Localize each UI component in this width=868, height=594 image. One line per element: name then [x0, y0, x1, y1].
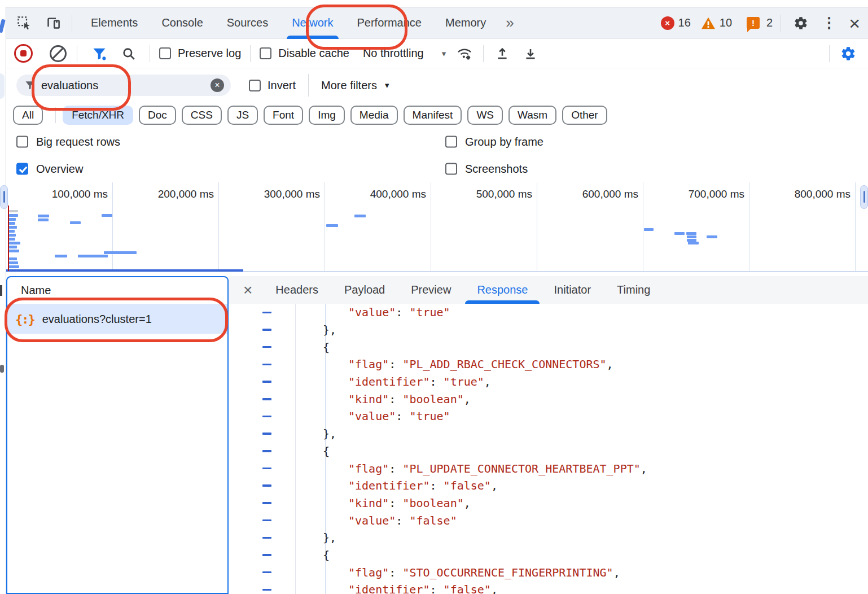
screenshots-checkbox[interactable]	[445, 163, 457, 175]
response-body-viewer[interactable]: "value": "true"},{"flag": "PL_ADD_RBAC_C…	[229, 304, 868, 594]
tab-sources[interactable]: Sources	[215, 7, 280, 39]
chip-all[interactable]: All	[13, 106, 43, 125]
name-column-header[interactable]: Name	[7, 277, 227, 304]
device-toolbar-icon[interactable]	[41, 12, 65, 34]
overview-gridline	[218, 182, 219, 271]
gutter-dash-icon[interactable]	[262, 433, 271, 435]
response-line-text: },	[295, 323, 336, 337]
response-line-text: "flag": "PL_ADD_RBAC_CHECK_CONNECTORS",	[295, 357, 613, 371]
gutter-dash-icon[interactable]	[262, 554, 271, 556]
toolbar-separator	[72, 15, 72, 32]
chip-fetch-xhr[interactable]: Fetch/XHR	[63, 106, 133, 125]
clear-filter-icon[interactable]: ×	[211, 78, 224, 92]
inspect-element-icon[interactable]	[12, 12, 36, 34]
clear-network-log-button[interactable]	[50, 45, 67, 62]
search-icon[interactable]	[117, 42, 141, 65]
request-table-pane: Name {:} evaluations?cluster=1	[6, 276, 229, 594]
chip-js[interactable]: JS	[227, 106, 258, 125]
chip-wasm[interactable]: Wasm	[508, 106, 556, 125]
toolbar-separator	[781, 15, 781, 32]
detail-tab-initiator[interactable]: Initiator	[541, 276, 604, 304]
option-group-by-frame: Group by frame	[445, 135, 543, 148]
network-conditions-icon[interactable]	[453, 42, 476, 65]
chip-other[interactable]: Other	[562, 106, 607, 125]
issues-icon[interactable]: !	[747, 17, 760, 29]
gutter-dash-icon[interactable]	[262, 416, 271, 418]
main-toolbar: ElementsConsoleSourcesNetworkPerformance…	[6, 7, 868, 39]
chip-img[interactable]: Img	[309, 106, 345, 125]
filter-input[interactable]: evaluations ×	[16, 75, 231, 96]
tab-performance[interactable]: Performance	[345, 7, 434, 39]
chip-manifest[interactable]: Manifest	[404, 106, 462, 125]
page-edge-fragment-pill	[0, 73, 5, 99]
response-line: "flag": "STO_OCCURRENCE_FINGERPRINTING",	[229, 564, 868, 581]
response-line-text: "identifier": "true",	[295, 375, 491, 388]
gutter-dash-icon[interactable]	[262, 571, 271, 574]
chip-doc[interactable]: Doc	[139, 106, 176, 125]
detail-tab-payload[interactable]: Payload	[331, 276, 398, 304]
gutter-dash-icon[interactable]	[262, 484, 271, 487]
throttling-select[interactable]: No throttling	[363, 47, 424, 60]
overview-right-handle[interactable]	[860, 185, 868, 209]
overview-left-handle[interactable]	[0, 185, 8, 209]
big-request-rows-checkbox[interactable]	[16, 136, 28, 147]
devtools-panel: ElementsConsoleSourcesNetworkPerformance…	[6, 7, 868, 594]
gutter-dash-icon[interactable]	[262, 468, 271, 470]
gutter-dash-icon[interactable]	[262, 589, 271, 591]
more-tabs-button[interactable]: »	[498, 14, 520, 32]
export-har-icon[interactable]	[519, 42, 542, 65]
tab-network[interactable]: Network	[280, 7, 345, 39]
settings-gear-icon[interactable]	[789, 12, 813, 34]
detail-tab-timing[interactable]: Timing	[604, 276, 663, 304]
tab-console[interactable]: Console	[150, 7, 214, 39]
options-row-1: OverviewScreenshots	[6, 155, 868, 183]
request-row[interactable]: {:} evaluations?cluster=1	[7, 304, 227, 334]
close-devtools-button[interactable]: ×	[845, 14, 863, 33]
overview-checkbox[interactable]	[16, 163, 28, 175]
warning-count-icon[interactable]	[701, 16, 716, 30]
import-har-icon[interactable]	[490, 42, 514, 65]
overview-gridline	[112, 182, 113, 271]
gutter-dash-icon[interactable]	[262, 329, 271, 331]
waterfall-bar	[354, 215, 366, 217]
toolbar-separator	[483, 45, 484, 62]
response-line-text: "value": "false"	[295, 514, 457, 527]
waterfall-bar	[8, 226, 17, 229]
error-count-icon[interactable]: ×	[661, 16, 674, 30]
network-overview-timeline[interactable]: 100,000 ms200,000 ms300,000 ms400,000 ms…	[6, 182, 868, 272]
detail-tab-response[interactable]: Response	[464, 276, 541, 304]
chip-media[interactable]: Media	[350, 106, 398, 125]
chip-font[interactable]: Font	[264, 106, 303, 125]
gutter-dash-icon[interactable]	[262, 364, 271, 366]
gutter-dash-icon[interactable]	[262, 502, 271, 504]
close-detail-pane-icon[interactable]: ×	[243, 282, 252, 298]
gutter-dash-icon[interactable]	[262, 519, 271, 522]
preserve-log-checkbox[interactable]	[159, 47, 171, 59]
gutter-dash-icon[interactable]	[262, 346, 271, 348]
response-line: "value": "false"	[229, 512, 868, 529]
gutter-dash-icon[interactable]	[262, 450, 271, 452]
disable-cache-checkbox[interactable]	[260, 47, 271, 59]
record-network-log-button[interactable]	[14, 44, 33, 63]
devtools-screenshot: ElementsConsoleSourcesNetworkPerformance…	[0, 0, 868, 594]
tab-elements[interactable]: Elements	[79, 7, 150, 39]
group-by-frame-checkbox[interactable]	[445, 136, 457, 147]
kebab-menu-icon[interactable]: ⋮	[818, 14, 840, 32]
disable-cache-label: Disable cache	[278, 47, 349, 60]
filter-funnel-icon[interactable]	[87, 42, 111, 65]
more-filters-dropdown[interactable]: More filters	[321, 79, 377, 92]
invert-checkbox[interactable]	[249, 80, 261, 91]
tab-memory[interactable]: Memory	[433, 7, 498, 39]
network-settings-gear-icon[interactable]	[836, 42, 860, 65]
response-line: "identifier": "false",	[229, 477, 868, 495]
overview-tick-label: 300,000 ms	[235, 188, 320, 200]
gutter-dash-icon[interactable]	[262, 398, 271, 400]
gutter-dash-icon[interactable]	[262, 537, 271, 539]
gutter-dash-icon[interactable]	[262, 312, 271, 314]
detail-tab-preview[interactable]: Preview	[398, 276, 464, 304]
chip-css[interactable]: CSS	[182, 106, 222, 125]
gutter-dash-icon[interactable]	[262, 381, 271, 383]
chip-ws[interactable]: WS	[467, 106, 503, 125]
warning-count: 10	[720, 16, 732, 29]
detail-tab-headers[interactable]: Headers	[262, 276, 331, 304]
